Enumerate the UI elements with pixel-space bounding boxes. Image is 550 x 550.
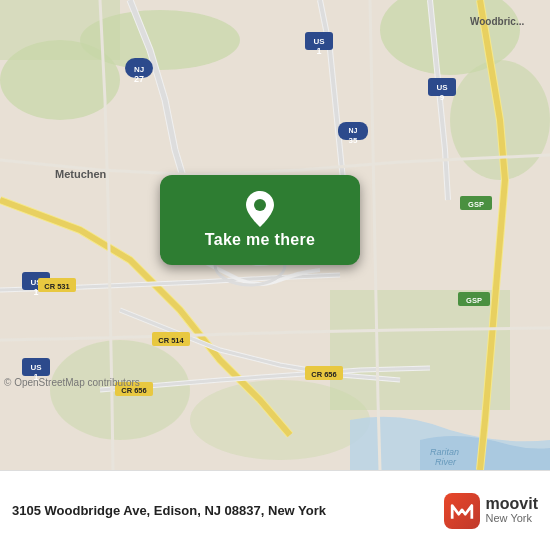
take-me-there-button[interactable]: Take me there [160,175,360,265]
svg-text:GSP: GSP [466,296,482,305]
svg-text:US: US [313,37,325,46]
moovit-m-svg [450,499,474,523]
moovit-logo-icon [444,493,480,529]
location-pin-icon [246,191,274,227]
svg-point-44 [254,199,266,211]
moovit-city-name: New York [486,512,538,525]
moovit-brand-name: moovit [486,496,538,512]
svg-text:Woodbric...: Woodbric... [470,16,524,27]
svg-text:CR 656: CR 656 [311,370,336,379]
address-section: 3105 Woodbridge Ave, Edison, NJ 08837, N… [12,503,444,518]
bottom-bar: 3105 Woodbridge Ave, Edison, NJ 08837, N… [0,470,550,550]
moovit-text-block: moovit New York [486,496,538,525]
map-attribution: © OpenStreetMap contributors [4,377,140,388]
svg-text:27: 27 [134,74,144,84]
address-text: 3105 Woodbridge Ave, Edison, NJ 08837, N… [12,503,444,518]
svg-text:35: 35 [349,136,358,145]
svg-text:1: 1 [33,287,38,297]
svg-text:River: River [435,457,457,467]
map-container: US 1 NJ 27 US 9 US 1 CR 531 CR 514 CR 65… [0,0,550,470]
svg-text:Raritan: Raritan [430,447,459,457]
svg-text:NJ: NJ [349,127,358,134]
svg-text:GSP: GSP [468,200,484,209]
svg-text:CR 514: CR 514 [158,336,184,345]
svg-text:1: 1 [316,46,321,56]
svg-text:NJ: NJ [134,65,144,74]
svg-text:US: US [30,363,42,372]
svg-rect-6 [330,290,510,410]
take-me-there-label: Take me there [205,231,315,249]
svg-text:Metuchen: Metuchen [55,168,107,180]
moovit-logo[interactable]: moovit New York [444,493,538,529]
svg-text:US: US [436,83,448,92]
svg-text:9: 9 [440,93,445,102]
svg-text:CR 531: CR 531 [44,282,69,291]
